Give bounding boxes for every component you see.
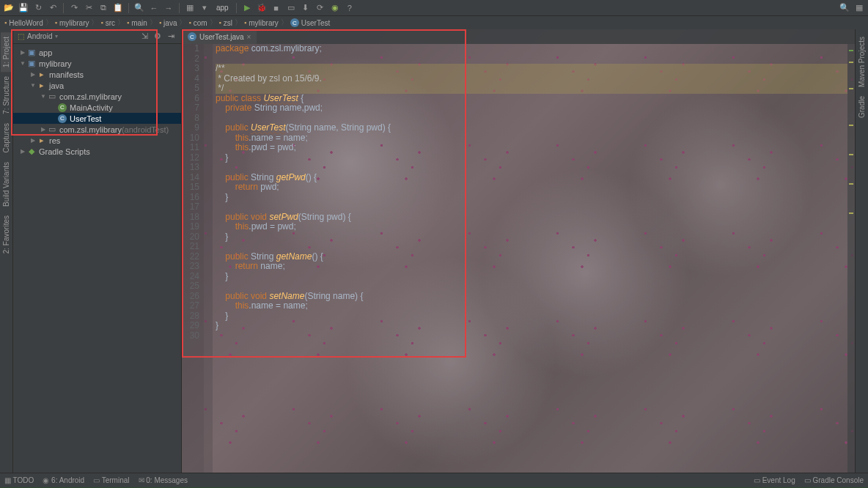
breadcrumb-main[interactable]: ▪main xyxy=(127,19,147,27)
right-tab-gradle[interactable]: Gradle xyxy=(856,92,867,122)
tree-item-mylibrary[interactable]: ▼▣mylibrary xyxy=(13,58,181,69)
stop-icon[interactable]: ■ xyxy=(271,2,282,14)
code-line-25[interactable] xyxy=(216,281,847,292)
run-config-icon[interactable]: ▾ xyxy=(199,2,210,14)
project-tree[interactable]: ▶▣app▼▣mylibrary▶▸manifests▼▸java▼▭com.z… xyxy=(13,44,181,160)
run-icon[interactable]: ▶ xyxy=(241,2,253,14)
tree-item-manifests[interactable]: ▶▸manifests xyxy=(13,69,181,80)
close-icon[interactable]: × xyxy=(247,33,251,41)
bottom-tab-terminal[interactable]: ▭ Terminal xyxy=(93,476,129,484)
code-line-22[interactable]: public String getName() { xyxy=(216,252,847,262)
save-icon[interactable]: 💾 xyxy=(18,2,29,14)
code-editor[interactable]: package com.zsl.mylibrary;/** * Created … xyxy=(213,44,847,473)
tree-arrow-icon[interactable]: ▶ xyxy=(19,49,26,56)
code-line-16[interactable]: } xyxy=(216,193,847,203)
left-tab-buildvariants[interactable]: Build Variants xyxy=(1,158,12,211)
search-icon[interactable]: 🔍 xyxy=(839,2,850,14)
back-icon[interactable]: ← xyxy=(148,2,160,14)
tree-item-comzslmylibrary[interactable]: ▼▭com.zsl.mylibrary xyxy=(13,91,181,102)
tree-arrow-icon[interactable]: ▶ xyxy=(29,137,37,144)
android-icon[interactable]: ◉ xyxy=(329,2,341,14)
build-icon[interactable]: ▦ xyxy=(184,2,196,14)
code-line-14[interactable]: public String getPwd() { xyxy=(216,173,847,183)
tree-item-res[interactable]: ▶▸res xyxy=(13,135,181,146)
editor-tab-usertest[interactable]: C UserTest.java × xyxy=(182,29,257,44)
menu-icon[interactable]: ▦ xyxy=(853,2,865,14)
help-icon[interactable]: ? xyxy=(344,2,356,14)
code-line-30[interactable] xyxy=(216,331,847,341)
cut-icon[interactable]: ✂ xyxy=(83,2,95,14)
tree-item-usertest[interactable]: CUserTest xyxy=(13,113,181,124)
breadcrumb-com[interactable]: ▪com xyxy=(188,19,207,27)
code-line-19[interactable]: this.pwd = pwd; xyxy=(216,222,847,232)
tree-arrow-icon[interactable]: ▼ xyxy=(29,82,37,89)
hide-icon[interactable]: ⇥ xyxy=(165,31,177,42)
find-icon[interactable]: 🔍 xyxy=(133,2,145,14)
code-line-21[interactable] xyxy=(216,242,847,252)
code-line-20[interactable]: } xyxy=(216,232,847,243)
code-line-17[interactable] xyxy=(216,202,847,212)
tree-item-app[interactable]: ▶▣app xyxy=(13,47,181,58)
code-line-8[interactable] xyxy=(216,114,847,124)
tree-arrow-icon[interactable]: ▼ xyxy=(19,60,26,67)
forward-icon[interactable]: → xyxy=(163,2,174,14)
breadcrumb-src[interactable]: ▪src xyxy=(100,19,115,27)
code-line-27[interactable]: this.name = name; xyxy=(216,301,847,311)
collapse-icon[interactable]: ⇲ xyxy=(139,31,150,42)
copy-icon[interactable]: ⧉ xyxy=(98,2,109,14)
code-line-9[interactable]: public UserTest(String name, String pwd)… xyxy=(216,123,847,133)
code-line-13[interactable] xyxy=(216,163,847,173)
tree-arrow-icon[interactable]: ▶ xyxy=(29,71,37,78)
error-stripe[interactable] xyxy=(847,44,855,473)
code-line-2[interactable] xyxy=(216,54,847,64)
code-line-24[interactable]: } xyxy=(216,272,847,282)
left-tab-captures[interactable]: Captures xyxy=(1,119,12,158)
breadcrumb-mylibrary[interactable]: ▪mylibrary xyxy=(244,19,279,27)
code-line-3[interactable]: /** xyxy=(216,64,847,74)
sdk-icon[interactable]: ⬇ xyxy=(300,2,312,14)
code-line-28[interactable]: } xyxy=(216,311,847,322)
tree-item-mainactivity[interactable]: CMainActivity xyxy=(13,102,181,113)
tree-arrow-icon[interactable]: ▶ xyxy=(19,148,26,155)
left-tab-project[interactable]: 1: Project xyxy=(1,32,12,72)
bottom-tab-todo[interactable]: ▦ TODO xyxy=(4,476,34,484)
project-view-title[interactable]: Android xyxy=(27,32,52,40)
code-line-23[interactable]: return name; xyxy=(216,262,847,272)
tree-arrow-icon[interactable]: ▼ xyxy=(40,93,47,100)
sync2-icon[interactable]: ⟳ xyxy=(315,2,326,14)
code-line-10[interactable]: this.name = name; xyxy=(216,133,847,144)
bottom-tab-messages[interactable]: ✉ 0: Messages xyxy=(139,476,188,484)
breadcrumb-zsl[interactable]: ▪zsl xyxy=(219,19,232,27)
breadcrumb-helloword[interactable]: ▪HelloWord xyxy=(4,19,43,27)
tree-item-gradlescripts[interactable]: ▶◆Gradle Scripts xyxy=(13,146,181,157)
left-tab-structure[interactable]: 7: Structure xyxy=(1,72,12,119)
code-line-29[interactable]: } xyxy=(216,321,847,331)
bottom-tab-eventlog[interactable]: ▭ Event Log xyxy=(754,476,795,484)
code-line-4[interactable]: * Created by zsl on 15/6/9. xyxy=(216,74,847,84)
code-line-15[interactable]: return pwd; xyxy=(216,182,847,193)
bottom-tab-android[interactable]: ◉ 6: Android xyxy=(43,476,84,484)
tree-arrow-icon[interactable]: ▶ xyxy=(40,126,47,133)
right-tab-mavenprojects[interactable]: Maven Projects xyxy=(856,32,867,92)
left-tab-favorites[interactable]: 2: Favorites xyxy=(1,211,12,258)
fold-column[interactable] xyxy=(204,44,213,473)
bottom-tab-gradleconsole[interactable]: ▭ Gradle Console xyxy=(804,476,864,484)
code-line-12[interactable]: } xyxy=(216,153,847,163)
breadcrumb-java[interactable]: ▪java xyxy=(159,19,177,27)
tree-item-java[interactable]: ▼▸java xyxy=(13,80,181,91)
redo-icon[interactable]: ↷ xyxy=(68,2,80,14)
tree-item-comzslmylibrary[interactable]: ▶▭com.zsl.mylibrary (androidTest) xyxy=(13,124,181,135)
paste-icon[interactable]: 📋 xyxy=(112,2,124,14)
code-line-6[interactable]: public class UserTest { xyxy=(216,94,847,104)
code-line-26[interactable]: public void setName(String name) { xyxy=(216,292,847,302)
debug-icon[interactable]: 🐞 xyxy=(256,2,268,14)
run-config-selector[interactable]: app xyxy=(213,4,232,12)
code-line-5[interactable]: */ xyxy=(216,84,847,94)
sync-icon[interactable]: ↻ xyxy=(32,2,44,14)
folder-open-icon[interactable]: 📂 xyxy=(3,2,15,14)
code-line-7[interactable]: private String name,pwd; xyxy=(216,103,847,114)
undo-icon[interactable]: ↶ xyxy=(47,2,59,14)
gear-icon[interactable]: ⚙ xyxy=(152,31,163,42)
avd-icon[interactable]: ▭ xyxy=(285,2,297,14)
code-line-18[interactable]: public void setPwd(String pwd) { xyxy=(216,212,847,223)
